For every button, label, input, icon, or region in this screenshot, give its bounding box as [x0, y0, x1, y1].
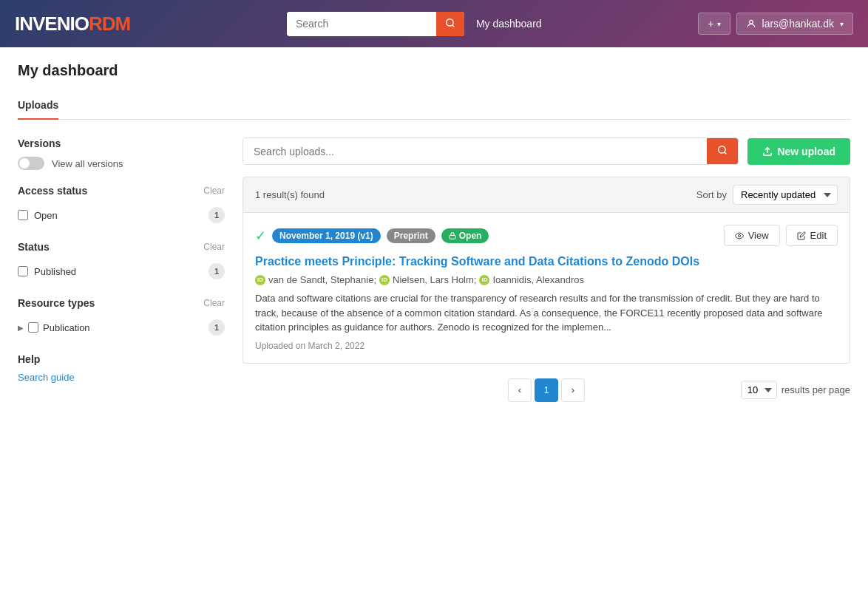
orcid-icon-2: iD [379, 275, 390, 285]
publication-count: 1 [208, 319, 225, 336]
status-clear[interactable]: Clear [203, 242, 225, 252]
access-status-clear[interactable]: Clear [203, 186, 225, 196]
logo[interactable]: INVENIO RDM [15, 13, 130, 35]
status-header: Status Clear [18, 241, 225, 253]
edit-button-label: Edit [810, 230, 827, 241]
search-row: New upload [243, 137, 850, 165]
versions-title: Versions [18, 137, 61, 149]
author-3: Ioannidis, Alexandros [492, 274, 584, 285]
svg-point-5 [738, 234, 740, 237]
access-badge: Open [441, 228, 489, 243]
per-page-section: 10 25 50 results per page [585, 381, 850, 399]
user-email: lars@hankat.dk [762, 18, 834, 30]
status-title: Status [18, 241, 50, 253]
resource-types-section: Resource types Clear ▶ Publication 1 [18, 297, 225, 339]
global-search-button[interactable] [436, 12, 464, 36]
pagination: ‹ 1 › [508, 378, 585, 402]
lock-icon [449, 232, 456, 239]
access-status-section: Access status Clear Open 1 [18, 185, 225, 226]
resource-types-clear[interactable]: Clear [203, 298, 225, 308]
publication-checkbox[interactable] [28, 322, 38, 333]
results-count: 1 result(s) found [255, 189, 325, 200]
published-checkbox[interactable] [18, 266, 28, 276]
date-badge: November 1, 2019 (v1) [272, 228, 381, 243]
pagination-row: ‹ 1 › 10 25 50 results per page [243, 378, 850, 402]
card-badges: ✓ November 1, 2019 (v1) Preprint Open [255, 228, 489, 244]
page-header: My dashboard Uploads [0, 47, 868, 120]
current-page-button[interactable]: 1 [535, 378, 558, 402]
upload-search-button[interactable] [707, 138, 738, 164]
resource-types-title: Resource types [18, 297, 95, 309]
plus-icon: + [708, 18, 713, 30]
access-status-title: Access status [18, 185, 87, 197]
versions-section: Versions View all versions [18, 137, 225, 170]
versions-toggle[interactable] [18, 157, 44, 170]
publication-expand-arrow[interactable]: ▶ [18, 324, 24, 332]
eye-icon [735, 231, 744, 240]
header-right: + ▾ lars@hankat.dk ▾ [698, 13, 853, 35]
orcid-icon-3: iD [479, 275, 489, 285]
content: Versions View all versions Access status… [0, 120, 868, 420]
access-status-header: Access status Clear [18, 185, 225, 197]
search-guide-link[interactable]: Search guide [18, 372, 75, 383]
per-page-select[interactable]: 10 25 50 [741, 381, 777, 399]
results-bar: 1 result(s) found Sort by Recently updat… [243, 177, 850, 213]
new-upload-button[interactable]: New upload [747, 138, 850, 165]
edit-icon [797, 231, 806, 240]
record-title[interactable]: Practice meets Principle: Tracking Softw… [255, 255, 838, 268]
user-dropdown-arrow: ▾ [840, 20, 844, 28]
sort-label: Sort by [696, 189, 727, 200]
open-count: 1 [208, 207, 225, 223]
search-icon [445, 18, 455, 28]
open-label: Open [34, 210, 58, 221]
upload-search-input[interactable] [243, 139, 707, 164]
add-button[interactable]: + ▾ [698, 13, 730, 35]
upload-search-bar [243, 137, 739, 165]
view-button[interactable]: View [724, 225, 780, 246]
global-search-bar [287, 12, 464, 36]
sort-select[interactable]: Recently updated Best match Newest Oldes… [733, 185, 838, 205]
access-badge-label: Open [459, 231, 482, 241]
versions-header: Versions [18, 137, 225, 149]
logo-invenio: INVENIO [15, 13, 89, 35]
card-abstract: Data and software citations are crucial … [255, 291, 838, 335]
view-button-label: View [748, 230, 769, 241]
tab-uploads[interactable]: Uploads [18, 92, 58, 120]
author-2: Nielsen, Lars Holm; [393, 274, 476, 285]
header: INVENIO RDM My dashboard + ▾ lars@hankat… [0, 0, 868, 47]
my-dashboard-link[interactable]: My dashboard [476, 18, 542, 30]
resource-types-header: Resource types Clear [18, 297, 225, 309]
help-title: Help [18, 353, 225, 365]
card-uploaded: Uploaded on March 2, 2022 [255, 341, 838, 351]
card-header: ✓ November 1, 2019 (v1) Preprint Open Vi… [255, 225, 838, 246]
global-search-input[interactable] [287, 12, 436, 35]
status-section: Status Clear Published 1 [18, 241, 225, 282]
edit-button[interactable]: Edit [786, 225, 838, 246]
add-dropdown-arrow: ▾ [717, 20, 721, 28]
next-page-button[interactable]: › [561, 378, 585, 402]
sort-row: Sort by Recently updated Best match Newe… [696, 185, 838, 205]
new-upload-label: New upload [777, 146, 835, 157]
user-icon [746, 18, 756, 29]
published-label: Published [34, 266, 76, 277]
prev-page-button[interactable]: ‹ [508, 378, 532, 402]
card-authors: iD van de Sandt, Stephanie; iD Nielsen, … [255, 274, 838, 285]
filter-item-publication: ▶ Publication 1 [18, 316, 225, 339]
check-icon: ✓ [255, 228, 266, 244]
tabs: Uploads [18, 91, 850, 120]
versions-toggle-label: View all versions [52, 158, 123, 169]
help-section: Help Search guide [18, 353, 225, 383]
filter-item-open: Open 1 [18, 204, 225, 226]
svg-point-0 [447, 18, 453, 25]
upload-icon [762, 146, 773, 157]
page-title: My dashboard [18, 62, 850, 79]
search-icon [717, 145, 728, 155]
svg-point-2 [719, 146, 725, 153]
orcid-icon-1: iD [255, 275, 265, 285]
page: My dashboard Uploads Versions View all v… [0, 47, 868, 595]
header-center: My dashboard [130, 12, 698, 36]
user-menu-button[interactable]: lars@hankat.dk ▾ [736, 13, 853, 35]
author-1: van de Sandt, Stephanie; [268, 274, 376, 285]
type-badge: Preprint [387, 228, 435, 243]
open-checkbox[interactable] [18, 210, 28, 220]
